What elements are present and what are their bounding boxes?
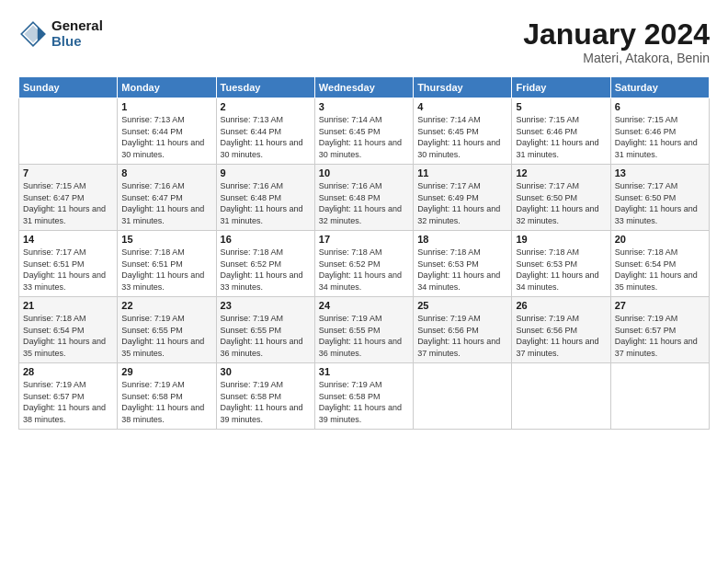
header-row: SundayMondayTuesdayWednesdayThursdayFrid… [19, 77, 710, 98]
day-info: Sunrise: 7:19 AM Sunset: 6:57 PM Dayligh… [23, 379, 113, 425]
calendar-cell: 31Sunrise: 7:19 AM Sunset: 6:58 PM Dayli… [314, 363, 413, 430]
calendar-cell: 24Sunrise: 7:19 AM Sunset: 6:55 PM Dayli… [314, 297, 413, 363]
calendar-cell: 3Sunrise: 7:14 AM Sunset: 6:45 PM Daylig… [314, 98, 413, 165]
day-header-tuesday: Tuesday [216, 77, 314, 98]
calendar-cell: 25Sunrise: 7:19 AM Sunset: 6:56 PM Dayli… [414, 297, 512, 363]
calendar-cell: 10Sunrise: 7:16 AM Sunset: 6:48 PM Dayli… [314, 165, 413, 231]
week-row-4: 28Sunrise: 7:19 AM Sunset: 6:57 PM Dayli… [19, 363, 710, 430]
day-number: 5 [516, 101, 606, 112]
calendar-cell: 18Sunrise: 7:18 AM Sunset: 6:53 PM Dayli… [414, 231, 512, 297]
day-number: 27 [615, 300, 705, 311]
day-info: Sunrise: 7:14 AM Sunset: 6:45 PM Dayligh… [319, 114, 409, 160]
day-number: 20 [615, 234, 705, 245]
day-info: Sunrise: 7:17 AM Sunset: 6:50 PM Dayligh… [615, 180, 705, 226]
calendar-cell [610, 363, 709, 430]
day-number: 23 [221, 300, 311, 311]
day-header-thursday: Thursday [414, 77, 512, 98]
calendar-cell: 28Sunrise: 7:19 AM Sunset: 6:57 PM Dayli… [19, 363, 118, 430]
day-number: 19 [516, 234, 606, 245]
day-info: Sunrise: 7:19 AM Sunset: 6:55 PM Dayligh… [221, 313, 311, 359]
week-row-0: 1Sunrise: 7:13 AM Sunset: 6:44 PM Daylig… [19, 98, 710, 165]
day-header-saturday: Saturday [610, 77, 709, 98]
calendar-cell: 5Sunrise: 7:15 AM Sunset: 6:46 PM Daylig… [512, 98, 610, 165]
day-info: Sunrise: 7:19 AM Sunset: 6:56 PM Dayligh… [417, 313, 507, 359]
calendar-cell: 17Sunrise: 7:18 AM Sunset: 6:52 PM Dayli… [314, 231, 413, 297]
day-number: 16 [221, 234, 311, 245]
day-number: 3 [319, 101, 409, 112]
calendar-cell: 30Sunrise: 7:19 AM Sunset: 6:58 PM Dayli… [216, 363, 314, 430]
day-number: 25 [417, 300, 507, 311]
day-number: 29 [121, 366, 211, 377]
day-number: 9 [221, 167, 311, 178]
day-info: Sunrise: 7:18 AM Sunset: 6:53 PM Dayligh… [516, 247, 606, 293]
day-number: 28 [23, 366, 113, 377]
day-number: 21 [23, 300, 113, 311]
calendar-cell [512, 363, 610, 430]
calendar-cell [414, 363, 512, 430]
day-info: Sunrise: 7:19 AM Sunset: 6:58 PM Dayligh… [319, 379, 409, 425]
day-header-monday: Monday [118, 77, 216, 98]
title-area: January 2024 Materi, Atakora, Benin [523, 18, 710, 65]
header: General Blue January 2024 Materi, Atakor… [18, 18, 710, 65]
day-number: 13 [615, 167, 705, 178]
day-info: Sunrise: 7:19 AM Sunset: 6:58 PM Dayligh… [121, 379, 211, 425]
day-header-sunday: Sunday [19, 77, 118, 98]
calendar-cell: 9Sunrise: 7:16 AM Sunset: 6:48 PM Daylig… [216, 165, 314, 231]
logo-text: General Blue [51, 18, 103, 49]
day-info: Sunrise: 7:19 AM Sunset: 6:57 PM Dayligh… [615, 313, 705, 359]
day-number: 18 [417, 234, 507, 245]
calendar-cell: 20Sunrise: 7:18 AM Sunset: 6:54 PM Dayli… [610, 231, 709, 297]
calendar-cell: 22Sunrise: 7:19 AM Sunset: 6:55 PM Dayli… [118, 297, 216, 363]
calendar-cell: 19Sunrise: 7:18 AM Sunset: 6:53 PM Dayli… [512, 231, 610, 297]
svg-marker-2 [38, 27, 45, 41]
logo-icon [18, 19, 48, 49]
day-info: Sunrise: 7:14 AM Sunset: 6:45 PM Dayligh… [417, 114, 507, 160]
calendar-cell: 26Sunrise: 7:19 AM Sunset: 6:56 PM Dayli… [512, 297, 610, 363]
day-info: Sunrise: 7:18 AM Sunset: 6:52 PM Dayligh… [221, 247, 311, 293]
calendar-cell: 14Sunrise: 7:17 AM Sunset: 6:51 PM Dayli… [19, 231, 118, 297]
month-title: January 2024 [523, 18, 710, 51]
calendar-cell: 15Sunrise: 7:18 AM Sunset: 6:51 PM Dayli… [118, 231, 216, 297]
logo: General Blue [18, 18, 103, 49]
day-info: Sunrise: 7:13 AM Sunset: 6:44 PM Dayligh… [221, 114, 311, 160]
week-row-1: 7Sunrise: 7:15 AM Sunset: 6:47 PM Daylig… [19, 165, 710, 231]
day-number: 6 [615, 101, 705, 112]
week-row-2: 14Sunrise: 7:17 AM Sunset: 6:51 PM Dayli… [19, 231, 710, 297]
day-info: Sunrise: 7:17 AM Sunset: 6:50 PM Dayligh… [516, 180, 606, 226]
location: Materi, Atakora, Benin [523, 51, 710, 65]
calendar-cell: 16Sunrise: 7:18 AM Sunset: 6:52 PM Dayli… [216, 231, 314, 297]
day-info: Sunrise: 7:18 AM Sunset: 6:52 PM Dayligh… [319, 247, 409, 293]
calendar-cell: 27Sunrise: 7:19 AM Sunset: 6:57 PM Dayli… [610, 297, 709, 363]
calendar-cell: 7Sunrise: 7:15 AM Sunset: 6:47 PM Daylig… [19, 165, 118, 231]
day-info: Sunrise: 7:18 AM Sunset: 6:54 PM Dayligh… [615, 247, 705, 293]
day-info: Sunrise: 7:17 AM Sunset: 6:51 PM Dayligh… [23, 247, 113, 293]
page: General Blue January 2024 Materi, Atakor… [0, 0, 728, 563]
day-info: Sunrise: 7:18 AM Sunset: 6:54 PM Dayligh… [23, 313, 113, 359]
day-info: Sunrise: 7:15 AM Sunset: 6:46 PM Dayligh… [615, 114, 705, 160]
day-number: 7 [23, 167, 113, 178]
day-info: Sunrise: 7:16 AM Sunset: 6:47 PM Dayligh… [121, 180, 211, 226]
day-info: Sunrise: 7:15 AM Sunset: 6:47 PM Dayligh… [23, 180, 113, 226]
day-info: Sunrise: 7:16 AM Sunset: 6:48 PM Dayligh… [221, 180, 311, 226]
day-number: 11 [417, 167, 507, 178]
day-info: Sunrise: 7:19 AM Sunset: 6:55 PM Dayligh… [121, 313, 211, 359]
logo-general-text: General [51, 18, 103, 34]
calendar-cell: 13Sunrise: 7:17 AM Sunset: 6:50 PM Dayli… [610, 165, 709, 231]
day-number: 4 [417, 101, 507, 112]
day-header-wednesday: Wednesday [314, 77, 413, 98]
day-number: 2 [221, 101, 311, 112]
calendar-cell: 29Sunrise: 7:19 AM Sunset: 6:58 PM Dayli… [118, 363, 216, 430]
day-info: Sunrise: 7:19 AM Sunset: 6:56 PM Dayligh… [516, 313, 606, 359]
day-number: 12 [516, 167, 606, 178]
day-info: Sunrise: 7:18 AM Sunset: 6:53 PM Dayligh… [417, 247, 507, 293]
day-info: Sunrise: 7:13 AM Sunset: 6:44 PM Dayligh… [121, 114, 211, 160]
day-number: 10 [319, 167, 409, 178]
calendar-cell: 12Sunrise: 7:17 AM Sunset: 6:50 PM Dayli… [512, 165, 610, 231]
day-info: Sunrise: 7:15 AM Sunset: 6:46 PM Dayligh… [516, 114, 606, 160]
calendar-cell: 1Sunrise: 7:13 AM Sunset: 6:44 PM Daylig… [118, 98, 216, 165]
calendar-cell: 21Sunrise: 7:18 AM Sunset: 6:54 PM Dayli… [19, 297, 118, 363]
day-number: 26 [516, 300, 606, 311]
calendar-cell: 23Sunrise: 7:19 AM Sunset: 6:55 PM Dayli… [216, 297, 314, 363]
day-number: 22 [121, 300, 211, 311]
day-number: 14 [23, 234, 113, 245]
